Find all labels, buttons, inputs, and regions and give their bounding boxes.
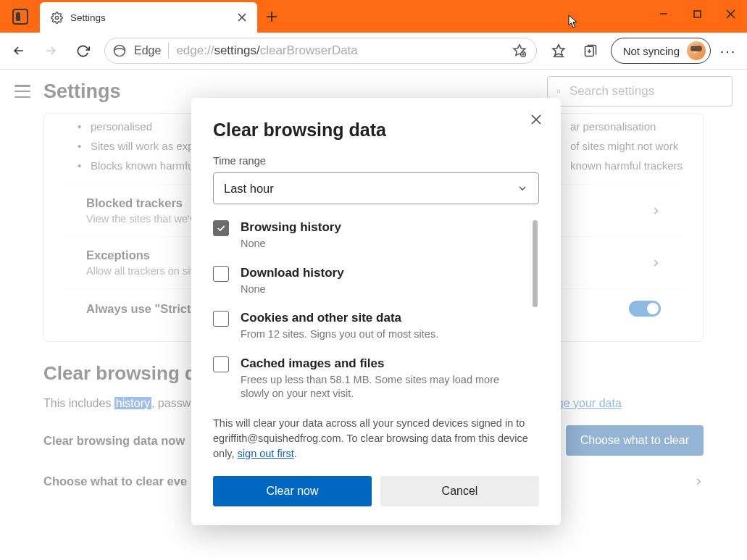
dialog-buttons: Clear now Cancel bbox=[213, 476, 539, 506]
toolbar: Edge edge://settings/clearBrowserData No… bbox=[0, 33, 747, 70]
browser-label: Edge bbox=[134, 44, 161, 57]
sign-out-link[interactable]: sign out first bbox=[238, 448, 294, 459]
minimize-button[interactable] bbox=[647, 0, 680, 28]
address-bar[interactable]: Edge edge://settings/clearBrowserData bbox=[104, 38, 537, 64]
back-button[interactable] bbox=[4, 36, 33, 65]
close-window-button[interactable] bbox=[714, 0, 747, 28]
collections-icon[interactable] bbox=[576, 36, 605, 65]
check-label: Cookies and other site data bbox=[241, 311, 438, 325]
clear-now-button[interactable]: Clear now bbox=[213, 476, 372, 506]
time-range-select[interactable]: Last hour bbox=[213, 172, 539, 204]
clear-data-dialog: Clear browsing data Time range Last hour… bbox=[191, 98, 561, 525]
cursor-icon bbox=[568, 14, 578, 29]
checkbox[interactable] bbox=[213, 220, 229, 236]
title-bar: Settings bbox=[0, 0, 747, 33]
check-cookies[interactable]: Cookies and other site dataFrom 12 sites… bbox=[213, 311, 526, 342]
divider bbox=[168, 43, 169, 59]
chevron-down-icon bbox=[517, 183, 528, 194]
more-menu-button[interactable]: ··· bbox=[714, 36, 743, 65]
checkbox[interactable] bbox=[213, 356, 229, 372]
check-browsing-history[interactable]: Browsing historyNone bbox=[213, 220, 526, 251]
check-label: Cached images and files bbox=[241, 356, 526, 371]
tab-title: Settings bbox=[70, 12, 230, 23]
svg-point-0 bbox=[55, 16, 58, 19]
avatar bbox=[687, 41, 706, 60]
check-download-history[interactable]: Download historyNone bbox=[213, 266, 526, 297]
check-cached[interactable]: Cached images and filesFrees up less tha… bbox=[213, 356, 526, 401]
url-text: edge://settings/clearBrowserData bbox=[176, 43, 502, 58]
edge-logo-icon bbox=[112, 43, 127, 58]
svg-rect-1 bbox=[694, 11, 701, 17]
check-sub: None bbox=[241, 237, 341, 251]
app-badge bbox=[0, 0, 40, 33]
window-controls bbox=[647, 0, 747, 28]
app-icon bbox=[12, 9, 28, 25]
cancel-button[interactable]: Cancel bbox=[380, 476, 539, 506]
refresh-button[interactable] bbox=[68, 36, 97, 65]
check-label: Download history bbox=[241, 266, 344, 280]
gear-icon bbox=[50, 11, 63, 24]
check-label: Browsing history bbox=[241, 220, 341, 235]
svg-point-2 bbox=[114, 46, 125, 57]
sync-label: Not syncing bbox=[623, 45, 680, 57]
check-sub: Frees up less than 58.1 MB. Some sites m… bbox=[241, 373, 526, 401]
scrollbar-thumb[interactable] bbox=[533, 220, 538, 307]
close-icon[interactable] bbox=[526, 109, 546, 130]
maximize-button[interactable] bbox=[680, 0, 714, 28]
favorite-icon[interactable] bbox=[510, 41, 529, 60]
dialog-title: Clear browsing data bbox=[213, 120, 539, 141]
close-tab-icon[interactable] bbox=[237, 12, 247, 22]
time-range-label: Time range bbox=[213, 155, 539, 167]
sync-note: This will clear your data across all you… bbox=[213, 416, 539, 461]
browser-tab[interactable]: Settings bbox=[40, 2, 257, 33]
profile-sync-button[interactable]: Not syncing bbox=[611, 38, 711, 64]
check-sub: From 12 sites. Signs you out of most sit… bbox=[241, 327, 438, 342]
data-type-list: Browsing historyNone Download historyNon… bbox=[213, 220, 539, 401]
favorites-icon[interactable] bbox=[544, 36, 573, 65]
forward-button[interactable] bbox=[36, 36, 65, 65]
new-tab-button[interactable] bbox=[257, 0, 286, 33]
checkbox[interactable] bbox=[213, 311, 229, 327]
check-sub: None bbox=[241, 283, 344, 297]
select-value: Last hour bbox=[224, 182, 274, 196]
checkbox[interactable] bbox=[213, 266, 229, 282]
